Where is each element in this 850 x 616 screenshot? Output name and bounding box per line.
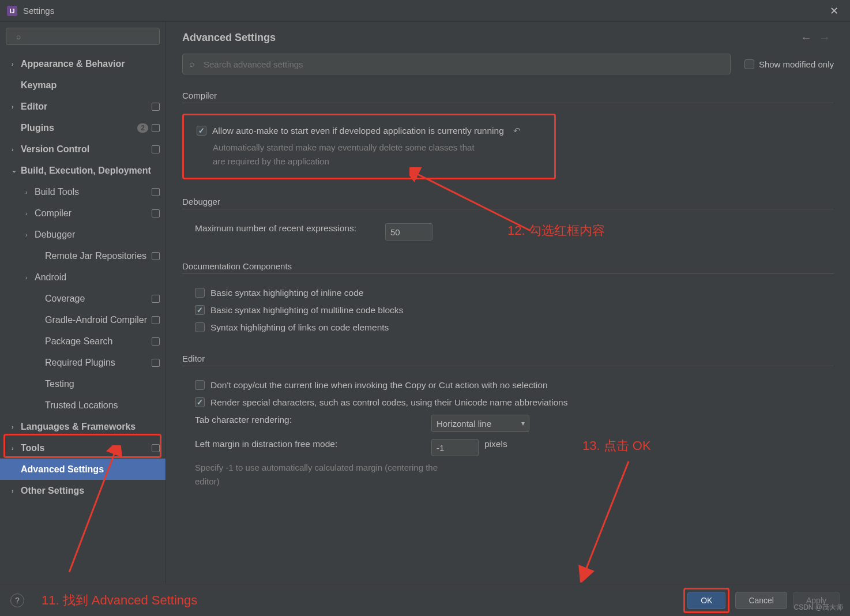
section-debugger: Debugger xyxy=(182,197,834,209)
chevron-icon: › xyxy=(12,445,21,452)
help-button[interactable]: ? xyxy=(10,594,24,607)
search-icon: ⌕ xyxy=(189,59,195,69)
render-special-checkbox[interactable] xyxy=(195,397,205,407)
show-modified-checkbox[interactable] xyxy=(744,59,754,69)
cancel-button[interactable]: Cancel xyxy=(735,592,787,609)
multiline-hl-row[interactable]: Basic syntax highlighting of multiline c… xyxy=(182,302,834,319)
sidebar-item-build-execution-deployment[interactable]: ⌄Build, Execution, Deployment xyxy=(0,160,166,181)
sidebar-item-trusted-locations[interactable]: Trusted Locations xyxy=(0,395,166,416)
project-scope-icon xyxy=(152,252,160,260)
section-doc: Documentation Components xyxy=(182,261,834,274)
annotation-11: 11. 找到 Advanced Settings xyxy=(42,592,197,609)
sidebar-item-label: Editor xyxy=(21,102,47,112)
compiler-redbox: Allow auto-make to start even if develop… xyxy=(182,114,556,179)
search-row: ⌕ Show modified only xyxy=(166,49,850,85)
project-scope-icon xyxy=(152,103,160,111)
sidebar-item-appearance-behavior[interactable]: ›Appearance & Behavior xyxy=(0,53,166,74)
inline-hl-checkbox[interactable] xyxy=(195,288,205,298)
sidebar-item-compiler[interactable]: ›Compiler xyxy=(0,202,166,224)
copy-cut-row[interactable]: Don't copy/cut the current line when inv… xyxy=(182,377,834,394)
project-scope-icon xyxy=(152,209,160,217)
sidebar-item-label: Required Plugins xyxy=(45,358,115,368)
left-margin-input[interactable] xyxy=(431,439,479,456)
sidebar-item-label: Tools xyxy=(21,443,44,453)
left-margin-row: Left margin in distraction free mode: pi… xyxy=(182,435,834,460)
sidebar-item-tools[interactable]: ›Tools xyxy=(0,437,166,459)
copy-cut-label: Don't copy/cut the current line when inv… xyxy=(210,380,548,390)
sidebar-item-version-control[interactable]: ›Version Control xyxy=(0,138,166,160)
sidebar-item-label: Trusted Locations xyxy=(45,400,118,411)
sidebar-item-package-search[interactable]: Package Search xyxy=(0,330,166,352)
sidebar-item-debugger[interactable]: ›Debugger xyxy=(0,224,166,245)
settings-tree: ›Appearance & BehaviorKeymap›EditorPlugi… xyxy=(0,51,166,584)
auto-make-checkbox[interactable] xyxy=(197,126,206,136)
sidebar-item-required-plugins[interactable]: Required Plugins xyxy=(0,352,166,373)
ok-button[interactable]: OK xyxy=(687,592,725,609)
pixels-label: pixels xyxy=(484,439,507,449)
sidebar-item-label: Build Tools xyxy=(35,187,79,197)
window-title: Settings xyxy=(23,6,825,16)
sidebar-item-label: Coverage xyxy=(45,294,85,304)
sidebar-item-android[interactable]: ›Android xyxy=(0,266,166,288)
max-expr-row: Maximum number of recent expressions: xyxy=(182,220,834,244)
sidebar-item-build-tools[interactable]: ›Build Tools xyxy=(0,181,166,202)
plugins-badge: 2 xyxy=(137,123,148,133)
auto-make-row[interactable]: Allow auto-make to start even if develop… xyxy=(184,122,551,140)
sidebar-item-testing[interactable]: Testing xyxy=(0,373,166,395)
chevron-icon: › xyxy=(25,189,35,196)
auto-make-desc: Automatically started make may eventuall… xyxy=(184,140,551,170)
sidebar-item-label: Other Settings xyxy=(21,486,84,496)
show-modified-only[interactable]: Show modified only xyxy=(744,59,834,69)
nav-forward-icon[interactable]: → xyxy=(815,31,834,44)
project-scope-icon xyxy=(152,124,160,132)
render-special-row[interactable]: Render special characters, such as contr… xyxy=(182,394,834,411)
project-scope-icon xyxy=(152,359,160,367)
chevron-icon: ⌄ xyxy=(12,167,21,174)
titlebar: IJ Settings ✕ xyxy=(0,0,850,22)
copy-cut-checkbox[interactable] xyxy=(195,380,205,390)
sidebar-item-label: Appearance & Behavior xyxy=(21,59,125,69)
sidebar-search-input[interactable] xyxy=(6,28,160,45)
sidebar-item-label: Version Control xyxy=(21,144,89,155)
inline-hl-row[interactable]: Basic syntax highlighting of inline code xyxy=(182,284,834,302)
sidebar-item-coverage[interactable]: Coverage xyxy=(0,288,166,309)
advanced-search-wrap: ⌕ xyxy=(182,54,731,74)
sidebar-item-gradle-android-compiler[interactable]: Gradle-Android Compiler xyxy=(0,309,166,330)
chevron-icon: › xyxy=(12,103,21,110)
multiline-hl-label: Basic syntax highlighting of multiline c… xyxy=(210,305,403,315)
sidebar-item-plugins[interactable]: Plugins2 xyxy=(0,117,166,138)
ok-redbox: OK xyxy=(683,588,729,613)
max-expr-input[interactable] xyxy=(385,223,432,241)
sidebar-item-editor[interactable]: ›Editor xyxy=(0,96,166,117)
sidebar-item-label: Package Search xyxy=(45,336,112,347)
left-margin-desc: Specify -1 to use automatically calculat… xyxy=(182,460,834,490)
tab-render-select[interactable]: Horizontal line xyxy=(431,415,529,432)
nav-back-icon[interactable]: ← xyxy=(797,31,815,44)
close-icon[interactable]: ✕ xyxy=(825,2,843,20)
sidebar-item-languages-frameworks[interactable]: ›Languages & Frameworks xyxy=(0,416,166,437)
sidebar-item-label: Advanced Settings xyxy=(21,464,104,475)
sidebar-search-wrap: ⌕ xyxy=(6,28,160,45)
links-hl-row[interactable]: Syntax highlighting of links on code ele… xyxy=(182,319,834,336)
sidebar-item-label: Debugger xyxy=(35,230,75,240)
links-hl-checkbox[interactable] xyxy=(195,322,205,332)
sidebar-item-advanced-settings[interactable]: Advanced Settings xyxy=(0,459,166,480)
content-panel: Advanced Settings ← → ⌕ Show modified on… xyxy=(166,22,850,584)
search-icon: ⌕ xyxy=(16,32,21,41)
project-scope-icon xyxy=(152,316,160,324)
section-editor: Editor xyxy=(182,354,834,366)
inline-hl-label: Basic syntax highlighting of inline code xyxy=(210,288,363,298)
sidebar-item-label: Remote Jar Repositories xyxy=(45,251,146,261)
multiline-hl-checkbox[interactable] xyxy=(195,305,205,315)
advanced-search-input[interactable] xyxy=(182,54,731,74)
sidebar-item-label: Compiler xyxy=(35,208,72,219)
sidebar-item-label: Languages & Frameworks xyxy=(21,422,136,432)
sidebar-item-keymap[interactable]: Keymap xyxy=(0,74,166,96)
project-scope-icon xyxy=(152,444,160,452)
sidebar-item-remote-jar-repositories[interactable]: Remote Jar Repositories xyxy=(0,245,166,266)
auto-make-label: Allow auto-make to start even if develop… xyxy=(212,126,504,136)
reset-icon[interactable]: ↶ xyxy=(513,126,521,136)
sidebar-item-other-settings[interactable]: ›Other Settings xyxy=(0,480,166,501)
settings-body: Compiler Allow auto-make to start even i… xyxy=(166,85,850,584)
sidebar-item-label: Keymap xyxy=(21,80,57,91)
